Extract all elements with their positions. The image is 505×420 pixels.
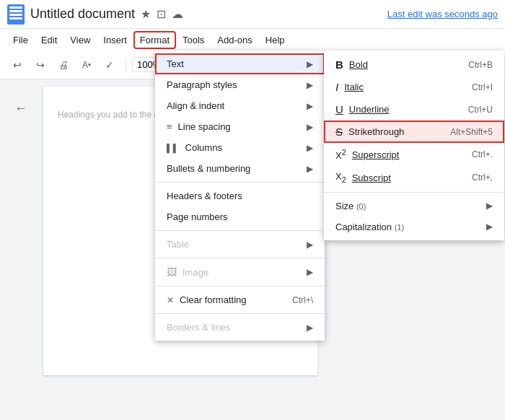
menu-view[interactable]: View bbox=[64, 32, 96, 48]
clear-formatting-label: Clear formatting bbox=[180, 294, 246, 305]
underline-icon: U bbox=[335, 103, 343, 115]
clear-format-button[interactable]: ✓ bbox=[100, 55, 120, 75]
toolbar-separator bbox=[126, 58, 126, 72]
star-icon[interactable]: ★ bbox=[141, 7, 151, 21]
menu-file[interactable]: File bbox=[7, 32, 34, 48]
columns-label: Columns bbox=[185, 142, 222, 153]
align-arrow-icon: ▶ bbox=[307, 101, 313, 111]
separator-1 bbox=[155, 182, 325, 183]
separator-5 bbox=[155, 313, 325, 314]
text-submenu-capitalization[interactable]: Capitalization (1) ▶ bbox=[324, 216, 504, 237]
underline-label: Underline bbox=[349, 104, 390, 115]
redo-button[interactable]: ↪ bbox=[30, 55, 50, 75]
cloud-icon[interactable]: ☁ bbox=[172, 7, 183, 21]
italic-label: Italic bbox=[344, 82, 364, 92]
text-submenu-strikethrough[interactable]: S Strikethrough Alt+Shift+5 bbox=[324, 121, 504, 143]
paint-format-button[interactable]: A♦ bbox=[76, 55, 97, 75]
format-menu-line-spacing[interactable]: ≡ Line spacing ▶ bbox=[155, 116, 325, 137]
text-sub-separator bbox=[324, 192, 504, 193]
borders-lines-label: Borders & lines bbox=[167, 322, 230, 333]
text-submenu-subscript[interactable]: X2 Subscript Ctrl+, bbox=[324, 166, 504, 189]
superscript-icon: X2 bbox=[335, 148, 346, 161]
subscript-icon: X2 bbox=[335, 171, 346, 184]
format-menu-text[interactable]: Text ▶ bbox=[155, 53, 325, 74]
italic-shortcut: Ctrl+I bbox=[472, 82, 493, 92]
page-numbers-label: Page numbers bbox=[167, 211, 228, 222]
print-button[interactable]: 🖨 bbox=[53, 55, 74, 75]
doc-title: Untitled document bbox=[30, 6, 135, 22]
format-menu-paragraph-styles[interactable]: Paragraph styles ▶ bbox=[155, 74, 325, 95]
subscript-shortcut: Ctrl+, bbox=[472, 172, 493, 183]
size-label: Size (0) bbox=[335, 201, 366, 211]
title-icons: ★ ⊡ ☁ bbox=[141, 7, 183, 21]
table-label: Table bbox=[167, 239, 189, 250]
bold-icon: B bbox=[335, 58, 343, 71]
subscript-label: Subscript bbox=[352, 172, 391, 183]
menu-format[interactable]: Format bbox=[134, 32, 175, 48]
text-submenu-bold[interactable]: B Bold Ctrl+B bbox=[324, 53, 504, 76]
headers-footers-label: Headers & footers bbox=[167, 191, 242, 201]
menu-tools[interactable]: Tools bbox=[177, 32, 210, 48]
format-menu-table[interactable]: Table ▶ bbox=[155, 234, 325, 255]
line-spacing-arrow-icon: ▶ bbox=[307, 122, 313, 132]
bold-label: Bold bbox=[349, 59, 368, 70]
bold-shortcut: Ctrl+B bbox=[468, 60, 493, 70]
strikethrough-shortcut: Alt+Shift+5 bbox=[450, 127, 493, 137]
superscript-shortcut: Ctrl+. bbox=[472, 149, 493, 159]
text-submenu-italic[interactable]: I Italic Ctrl+I bbox=[324, 76, 504, 98]
format-menu-clear-formatting[interactable]: ✕ Clear formatting Ctrl+\ bbox=[155, 289, 325, 310]
superscript-label: Superscript bbox=[352, 149, 400, 160]
format-menu-columns[interactable]: ▌▌ Columns ▶ bbox=[155, 137, 325, 158]
format-dropdown-menu: Text ▶ Paragraph styles ▶ Align & indent… bbox=[155, 51, 325, 341]
line-spacing-label: Line spacing bbox=[178, 121, 231, 132]
image-icon: 🖼 bbox=[167, 266, 177, 278]
clear-formatting-shortcut: Ctrl+\ bbox=[292, 295, 313, 305]
table-arrow-icon: ▶ bbox=[307, 240, 313, 250]
italic-icon: I bbox=[335, 81, 338, 93]
last-edit-text: Last edit was seconds ago bbox=[387, 9, 498, 19]
menu-addons[interactable]: Add-ons bbox=[211, 32, 258, 48]
align-indent-label: Align & indent bbox=[167, 100, 224, 111]
capitalization-arrow-icon: ▶ bbox=[486, 222, 493, 232]
format-menu-bullets-numbering[interactable]: Bullets & numbering ▶ bbox=[155, 158, 325, 179]
text-submenu: B Bold Ctrl+B I Italic Ctrl+I U Underlin… bbox=[324, 51, 504, 240]
format-text-label: Text bbox=[167, 58, 184, 69]
separator-4 bbox=[155, 286, 325, 286]
line-spacing-icon: ≡ bbox=[167, 121, 172, 132]
paragraph-arrow-icon: ▶ bbox=[307, 80, 313, 90]
undo-button[interactable]: ↩ bbox=[7, 55, 27, 75]
underline-shortcut: Ctrl+U bbox=[468, 105, 493, 115]
image-label: Image bbox=[183, 267, 208, 278]
menu-insert[interactable]: Insert bbox=[97, 32, 133, 48]
back-button[interactable]: ← bbox=[14, 101, 27, 116]
strikethrough-label: Strikethrough bbox=[348, 126, 404, 137]
format-menu-borders-lines[interactable]: Borders & lines ▶ bbox=[155, 317, 325, 338]
paragraph-styles-label: Paragraph styles bbox=[167, 79, 237, 90]
menu-edit[interactable]: Edit bbox=[35, 32, 63, 48]
title-bar: Untitled document ★ ⊡ ☁ Last edit was se… bbox=[0, 0, 505, 29]
format-menu-image[interactable]: 🖼 Image ▶ bbox=[155, 261, 325, 283]
text-submenu-underline[interactable]: U Underline Ctrl+U bbox=[324, 98, 504, 121]
menu-bar: File Edit View Insert Format Tools Add-o… bbox=[0, 29, 505, 51]
text-submenu-superscript[interactable]: X2 Superscript Ctrl+. bbox=[324, 143, 504, 166]
columns-arrow-icon: ▶ bbox=[307, 143, 313, 153]
format-menu-headers-footers[interactable]: Headers & footers bbox=[155, 185, 325, 206]
format-menu-page-numbers[interactable]: Page numbers bbox=[155, 206, 325, 227]
bullets-arrow-icon: ▶ bbox=[307, 164, 313, 174]
menu-help[interactable]: Help bbox=[260, 32, 291, 48]
doc-icon bbox=[7, 4, 25, 25]
bullets-numbering-label: Bullets & numbering bbox=[167, 163, 250, 174]
separator-2 bbox=[155, 230, 325, 231]
columns-icon: ▌▌ bbox=[167, 144, 180, 152]
clear-format-icon: ✕ bbox=[167, 295, 174, 305]
separator-3 bbox=[155, 258, 325, 258]
capitalization-label: Capitalization (1) bbox=[335, 222, 404, 232]
text-arrow-icon: ▶ bbox=[307, 59, 313, 69]
format-menu-align-indent[interactable]: Align & indent ▶ bbox=[155, 95, 325, 116]
image-arrow-icon: ▶ bbox=[307, 267, 313, 277]
strikethrough-icon: S bbox=[335, 126, 343, 138]
text-submenu-size[interactable]: Size (0) ▶ bbox=[324, 196, 504, 216]
borders-arrow-icon: ▶ bbox=[307, 323, 313, 333]
size-arrow-icon: ▶ bbox=[486, 201, 493, 211]
drive-icon[interactable]: ⊡ bbox=[157, 7, 166, 21]
